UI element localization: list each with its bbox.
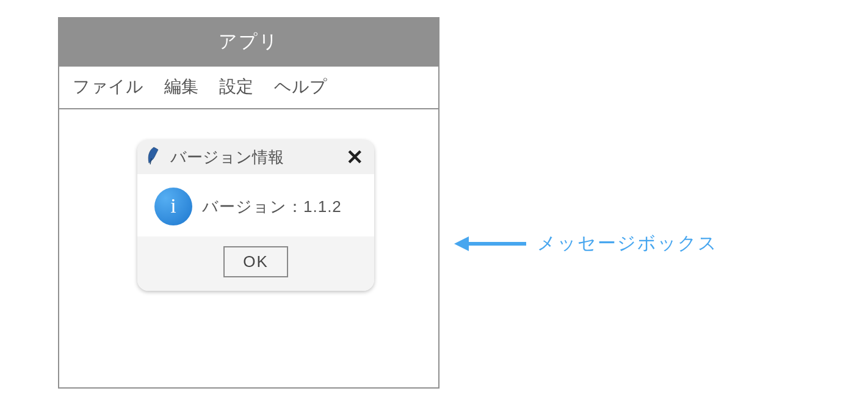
ok-button[interactable]: OK: [223, 246, 288, 277]
menu-bar: ファイル 編集 設定 ヘルプ: [59, 67, 438, 109]
menu-help[interactable]: ヘルプ: [274, 75, 327, 98]
message-box-title: バージョン情報: [170, 147, 338, 168]
arrow-icon: [454, 232, 526, 256]
message-box: バージョン情報 ✕ i バージョン：1.1.2 OK: [137, 140, 374, 291]
message-box-header: バージョン情報 ✕: [137, 140, 374, 174]
annotation: メッセージボックス: [454, 231, 718, 256]
message-box-body: i バージョン：1.1.2: [137, 174, 374, 236]
message-box-footer: OK: [137, 236, 374, 291]
window-title: アプリ: [219, 31, 279, 51]
menu-edit[interactable]: 編集: [164, 75, 198, 98]
menu-file[interactable]: ファイル: [73, 75, 143, 98]
client-area: バージョン情報 ✕ i バージョン：1.1.2 OK: [59, 109, 438, 387]
feather-icon: [146, 146, 162, 168]
window-title-bar: アプリ: [59, 18, 438, 67]
app-window: アプリ ファイル 編集 設定 ヘルプ バージョン情報 ✕ i バージョン：1.: [58, 17, 439, 389]
annotation-label: メッセージボックス: [537, 231, 718, 256]
message-box-message: バージョン：1.1.2: [202, 196, 342, 217]
info-icon: i: [154, 188, 192, 225]
close-icon[interactable]: ✕: [346, 147, 363, 167]
svg-marker-1: [454, 236, 469, 251]
menu-settings[interactable]: 設定: [219, 75, 253, 98]
